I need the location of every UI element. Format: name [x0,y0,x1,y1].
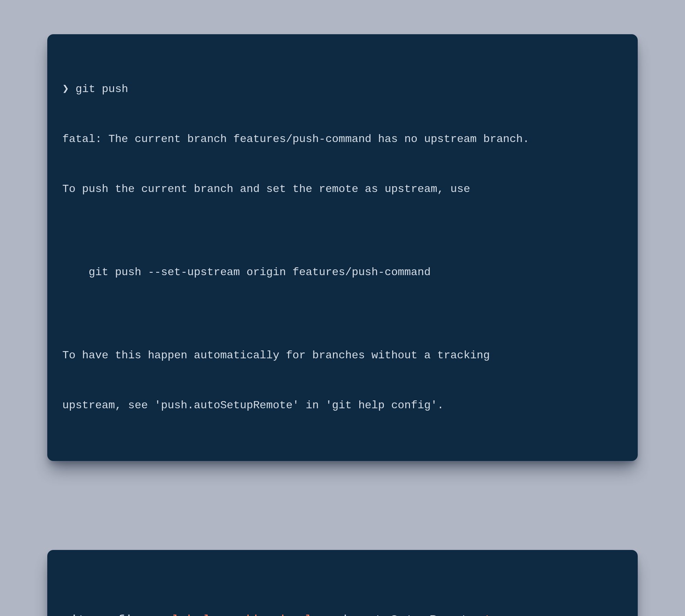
terminal-output-line: To have this happen automatically for br… [62,347,623,364]
terminal-output-line: To push the current branch and set the r… [62,181,623,198]
prompt-icon: ❯ [62,83,69,95]
command-text: git push [75,83,128,95]
terminal-block-2: git config --global --add --bool push.au… [47,550,638,616]
terminal-output-line: git push --set-upstream origin features/… [62,264,623,281]
terminal-output-line: fatal: The current branch features/push-… [62,131,623,148]
command-text: git config --global --add --bool push.au… [62,611,623,616]
terminal-input-line: ❯ git push [62,81,623,98]
cmd-segment-accent: --global --add --bool [148,613,312,616]
terminal-block-1: ❯ git push fatal: The current branch fea… [47,34,638,461]
cmd-segment-accent: true [484,613,515,616]
cmd-segment: git config [62,613,148,616]
cmd-segment: push.autoSetupRemote [312,613,484,616]
page-body: ❯ git push fatal: The current branch fea… [0,0,685,616]
terminal-output-line: upstream, see 'push.autoSetupRemote' in … [62,397,623,414]
